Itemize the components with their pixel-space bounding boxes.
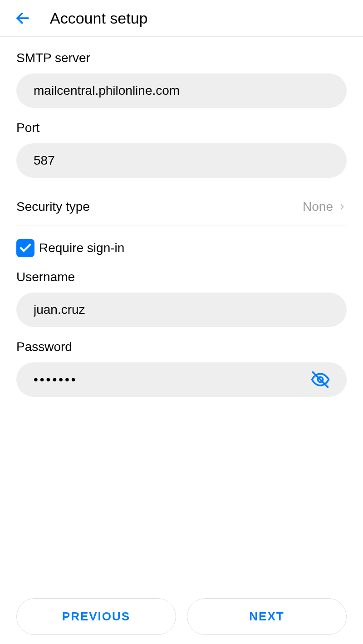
password-group: Password <box>16 340 347 397</box>
require-signin-label: Require sign-in <box>39 241 124 255</box>
check-icon <box>19 241 32 255</box>
username-group: Username <box>16 270 347 327</box>
password-wrapper <box>16 362 347 397</box>
content: SMTP server Port Security type None Requ… <box>0 37 363 397</box>
header: Account setup <box>0 0 363 37</box>
port-group: Port <box>16 121 347 178</box>
eye-off-icon <box>310 370 330 390</box>
smtp-server-group: SMTP server <box>16 51 347 108</box>
username-label: Username <box>16 270 347 284</box>
security-type-value: None <box>303 200 333 214</box>
previous-button[interactable]: PREVIOUS <box>16 598 176 635</box>
toggle-password-visibility[interactable] <box>310 370 330 390</box>
smtp-server-label: SMTP server <box>16 51 347 65</box>
password-label: Password <box>16 340 347 354</box>
back-button[interactable] <box>14 9 32 27</box>
smtp-server-input[interactable] <box>16 73 347 108</box>
require-signin-row[interactable]: Require sign-in <box>16 239 347 257</box>
username-input[interactable] <box>16 293 347 327</box>
security-type-row[interactable]: Security type None <box>16 190 347 225</box>
security-type-label: Security type <box>16 200 90 214</box>
chevron-right-icon <box>338 202 347 211</box>
footer: PREVIOUS NEXT <box>0 598 363 635</box>
security-type-value-wrap: None <box>303 200 347 214</box>
require-signin-checkbox[interactable] <box>16 239 34 257</box>
password-input[interactable] <box>16 362 347 397</box>
arrow-left-icon <box>15 10 31 26</box>
port-input[interactable] <box>16 143 347 178</box>
next-button[interactable]: NEXT <box>187 598 347 635</box>
port-label: Port <box>16 121 347 135</box>
page-title: Account setup <box>50 10 147 27</box>
